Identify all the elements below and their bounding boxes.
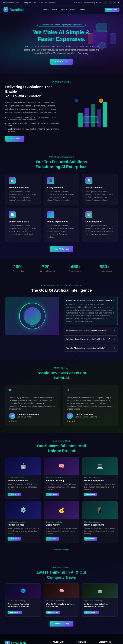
stat-business-label: Business Covered — [63, 270, 89, 272]
stats-grid: 200+ Team member 720+ Solutions Delivere… — [5, 264, 118, 272]
footer-brand: F FaconTech Artificial Intelligence as a… — [5, 641, 50, 644]
svg-rect-13 — [84, 116, 98, 122]
testimonial-role-2: Marketing Machine Learning — [75, 416, 97, 418]
about-title: Delivering IT Solutions That Enable You … — [5, 84, 60, 98]
footer-it-services-heading: IT Service — [76, 641, 95, 643]
case-cta-6[interactable]: Learn More — [84, 537, 97, 540]
blog-meta-1: Apr 16, 2022 · Technology — [7, 600, 39, 602]
quote-icon-2: " — [66, 388, 114, 395]
faq-item-4[interactable]: We offer AI consulting services that wil… — [63, 344, 118, 352]
in-icon[interactable]: in — [113, 1, 116, 4]
blog-read-3[interactable]: Read More » — [84, 611, 99, 614]
footer-grid: F FaconTech Artificial Intelligence as a… — [5, 641, 118, 644]
case-card-5: 💰 Share Case Introduction Digital Money … — [44, 501, 79, 543]
services-title: Our Top Featured Solutions Transforming … — [5, 160, 118, 170]
logo-name: Facon — [9, 8, 18, 11]
case-tag-6: Share Case Introduction — [84, 521, 116, 523]
stat-customers: 830+ Happy Customers — [92, 264, 118, 272]
about-point-3: Deploy mission-critical AI solutions. Us… — [5, 127, 60, 133]
blog-title-2: We offer AI consulting services and solu… — [46, 603, 77, 608]
faq-answer-1: As you learn more about AI and its ML an… — [66, 303, 115, 323]
testimonial-name-2: Lucia H. Sampson — [75, 414, 97, 416]
case-img-5: 💰 — [44, 501, 79, 519]
service-desc-6: Lorem ipsum dolor sit amet consectetur a… — [85, 224, 114, 236]
about-section: ABOUT COMPANY Delivering IT Solutions Th… — [0, 74, 123, 149]
service-desc-1: Lorem ipsum dolor sit amet consectetur a… — [9, 190, 38, 202]
case-tag-1: Share Case Introduction — [7, 477, 39, 479]
service-icon-4: 📄 — [9, 211, 16, 218]
blog-title-3: AI Services is a collection services wit… — [84, 603, 116, 608]
about-cta-button[interactable]: Learn More — [5, 136, 24, 142]
svg-rect-16 — [30, 320, 35, 326]
faq-question-4[interactable]: We offer AI consulting services that wil… — [66, 346, 115, 349]
faq-question-2[interactable]: What is the difference between Data Poly… — [66, 329, 115, 332]
svg-point-10 — [99, 98, 103, 103]
nav-about[interactable]: About — [52, 9, 57, 11]
topbar-phone: +1(555) 0982-1097 — [22, 2, 37, 4]
nav-blog[interactable]: Blog ▾ — [70, 9, 75, 11]
blog-continue-button[interactable]: Continue Reading — [50, 621, 73, 626]
blog-read-1[interactable]: Read More » — [7, 611, 22, 614]
service-card-1: 🤖 Robotics & Drones Lorem ipsum dolor si… — [5, 174, 41, 205]
fb-icon[interactable]: f — [104, 1, 108, 4]
stat-solutions: 720+ Solutions Delivered — [34, 264, 60, 272]
case-img-4: ⚙️ — [5, 501, 41, 519]
faq-item-1[interactable]: Can I make my functions and tasks in sin… — [63, 296, 118, 325]
services-cta-button[interactable]: View All Services — [50, 246, 73, 252]
case-tag-5: Share Case Introduction — [46, 521, 77, 523]
testimonials-grid: " Directly, I highly recommend to learn … — [5, 385, 118, 426]
hero-h1-line2: Faster Expensive. — [38, 36, 85, 42]
cases-view-all-button[interactable]: View All Projects — [50, 547, 73, 552]
faq-item-2[interactable]: What is the difference between Data Poly… — [63, 326, 118, 334]
case-cta-2[interactable]: Learn More — [46, 493, 59, 496]
faq-question-3[interactable]: What are 5 good things about Artificial … — [66, 338, 115, 340]
ai-grid: Can I make my functions and tasks in sin… — [5, 296, 118, 353]
faq-close-icon: ✕ — [113, 299, 115, 302]
case-title-6: Native Engagement — [84, 524, 116, 526]
testimonial-name-1: Christine J. Robinson — [17, 414, 39, 416]
testimonial-stars-1: ★★★★☆ — [9, 420, 57, 422]
service-desc-5: Lorem ipsum dolor sit amet consectetur a… — [47, 224, 76, 238]
nav-contact[interactable]: Contact — [79, 9, 85, 11]
top-bar: info@facontech.com +1(555) 0982-1097 Car… — [0, 0, 123, 6]
blog-card-1: 🌐 Apr 16, 2022 · Technology Professional… — [5, 584, 41, 617]
case-cta-5[interactable]: Learn More — [46, 537, 59, 540]
faq-question-1[interactable]: Can I make my functions and tasks in sin… — [66, 299, 115, 302]
faq-item-3[interactable]: What are 5 good things about Artificial … — [63, 336, 118, 343]
nav-home[interactable]: Home — [43, 9, 49, 11]
hero-h1-line1: We Make AI Simple & — [33, 29, 90, 36]
service-desc-2: Lorem ipsum dolor sit amet consectetur a… — [47, 190, 76, 202]
case-img-1: 🤖 — [5, 457, 41, 475]
service-title-5: Online experiences — [47, 220, 76, 223]
testimonial-text-1: Directly, I highly recommend to learn to… — [9, 396, 57, 410]
testimonial-card-1: " Directly, I highly recommend to learn … — [5, 385, 60, 426]
quote-icon-1: " — [9, 388, 57, 395]
blog-img-3: 🤖 — [82, 584, 118, 598]
about-tag: ABOUT COMPANY — [5, 81, 118, 83]
case-desc-1: Share Case Introduction 20% Al Service t… — [7, 483, 39, 491]
svg-rect-7 — [91, 104, 95, 127]
blog-cta: Continue Reading — [5, 621, 118, 626]
nav-cta-button[interactable]: Learn More — [105, 8, 120, 12]
svg-rect-5 — [78, 113, 83, 127]
stat-team-number: 200+ — [5, 264, 31, 270]
blog-read-2[interactable]: Read More » — [46, 611, 60, 614]
service-card-2: 🎥 Analyze videos Lorem ipsum dolor sit a… — [44, 174, 79, 205]
yt-icon[interactable]: ▶ — [117, 1, 120, 4]
svg-rect-11 — [74, 98, 78, 102]
case-cta-1[interactable]: Learn More — [7, 493, 21, 496]
service-card-3: 💡 Picture insights Lorem ipsum dolor sit… — [82, 174, 118, 205]
blog-grid: 🌐 Apr 16, 2022 · Technology Professional… — [5, 584, 118, 617]
svg-rect-9 — [103, 102, 107, 127]
hero-cta-button[interactable]: Start Free Trial — [50, 58, 72, 64]
nav-pages[interactable]: Pages ▾ — [60, 9, 67, 11]
case-cta-3[interactable]: Learn More — [84, 493, 97, 496]
case-title-4: Robotic Process — [7, 524, 39, 526]
tw-icon[interactable]: t — [109, 1, 112, 4]
services-grid: 🤖 Robotics & Drones Lorem ipsum dolor si… — [5, 174, 118, 242]
case-desc-6: Share Case Introduction 20% Al Service t… — [84, 527, 116, 535]
case-card-1: 🤖 Share Case Introduction Robotic Automa… — [5, 457, 41, 499]
svg-point-2 — [98, 42, 105, 50]
case-cta-4[interactable]: Learn More — [7, 537, 21, 540]
stat-solutions-number: 720+ — [34, 264, 60, 270]
